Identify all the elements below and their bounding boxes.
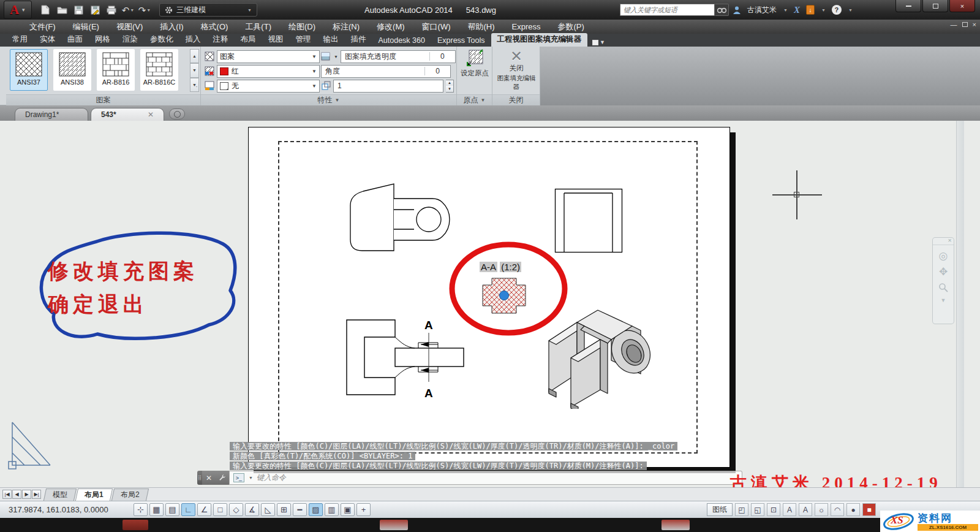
ribbon-tab[interactable]: 渲染	[116, 33, 144, 47]
close-tab-icon[interactable]: ✕	[148, 110, 154, 119]
menu-item[interactable]: Express	[503, 20, 549, 34]
navbar-close-icon[interactable]: ✕	[933, 238, 954, 245]
quick-properties-toggle[interactable]: ▥	[325, 503, 339, 516]
ribbon-tab[interactable]: 插件	[345, 33, 372, 47]
ribbon-tab[interactable]: 实体	[34, 33, 61, 47]
ribbon-tab[interactable]: 常用	[6, 33, 34, 47]
taskbar-thumbnail[interactable]	[380, 520, 408, 530]
menu-item[interactable]: 参数(P)	[549, 20, 593, 34]
scale-spinner[interactable]: ▲▼	[446, 80, 454, 93]
file-tab-drawing1[interactable]: Drawing1*	[15, 108, 88, 121]
drawing-canvas[interactable]: A-A (1:2) A A	[0, 121, 980, 487]
menu-item[interactable]: 插入(I)	[151, 20, 192, 34]
ribbon-tab[interactable]: 网格	[89, 33, 116, 47]
paper-model-toggle[interactable]: 图纸	[707, 503, 733, 516]
ribbon-tab[interactable]: 注释	[207, 33, 235, 47]
next-layout-button[interactable]: ▶	[22, 490, 31, 499]
close-hatch-editor-button[interactable]: ✕ 关闭 图案填充编辑器	[495, 50, 538, 91]
workspace-switch-icon[interactable]: ☼	[815, 503, 828, 516]
last-layout-button[interactable]: ▶|	[32, 490, 41, 499]
doc-restore-icon[interactable]	[962, 22, 968, 27]
new-file-button[interactable]	[39, 4, 51, 16]
menu-item[interactable]: 窗口(W)	[413, 20, 459, 34]
polar-tracking-toggle[interactable]: ∠	[197, 503, 211, 516]
app-menu-button[interactable]: A ▼	[4, 1, 32, 19]
signed-in-user[interactable]: 古滇艾米	[747, 5, 777, 15]
gallery-up-button[interactable]: ▲	[190, 49, 199, 63]
quick-view-layouts-icon[interactable]: ◰	[735, 503, 748, 516]
ortho-toggle[interactable]: ∟	[181, 503, 195, 516]
infer-constraints-toggle[interactable]: ⊹	[134, 503, 148, 516]
ribbon-tab[interactable]: 输出	[317, 33, 345, 47]
toolbar-lock-icon[interactable]: ◠	[831, 503, 844, 516]
status-app-icon[interactable]: ■	[862, 503, 876, 516]
hatch-type-dropdown[interactable]: 图案 ▼	[217, 50, 320, 63]
snap-toggle[interactable]: ▦	[149, 503, 164, 516]
angle-field[interactable]: 角度 0	[321, 65, 451, 78]
annotation-visibility-icon[interactable]: A	[783, 503, 796, 516]
layout-tab-layout1[interactable]: 布局1	[75, 488, 113, 501]
scale-field[interactable]: 1	[333, 80, 443, 93]
selection-cycling-toggle[interactable]: ▣	[341, 503, 355, 516]
ribbon-tab[interactable]: 插入	[179, 33, 207, 47]
download-apps-icon[interactable]: ↓	[806, 5, 815, 15]
command-input[interactable]: >_ ▼ 键入命令	[229, 471, 742, 485]
swatch-ansi38[interactable]: ANSI38	[53, 49, 91, 91]
menu-item[interactable]: 帮助(H)	[459, 20, 503, 34]
command-bar-handle[interactable]: ⣿	[197, 471, 202, 485]
menu-item[interactable]: 编辑(E)	[64, 20, 108, 34]
first-layout-button[interactable]: |◀	[2, 490, 12, 499]
plot-button[interactable]	[105, 4, 118, 16]
help-icon[interactable]: ?	[832, 5, 842, 15]
menu-item[interactable]: 标注(N)	[324, 20, 368, 34]
redo-button[interactable]: ↷▼	[138, 4, 151, 16]
annotation-autoscale-icon[interactable]: A	[799, 503, 812, 516]
transparency-field[interactable]: 图案填充透明度 0	[341, 50, 456, 63]
lineweight-toggle[interactable]: ━	[293, 503, 307, 516]
object-snap-toggle[interactable]: □	[213, 503, 227, 516]
background-color-dropdown[interactable]: 无 ▼	[217, 80, 320, 93]
ribbon-tab[interactable]: 视图	[262, 33, 290, 47]
ribbon-display-toggle[interactable]: ▼	[592, 39, 605, 45]
menu-item[interactable]: 工具(T)	[236, 20, 280, 34]
grid-toggle[interactable]: ▤	[165, 503, 179, 516]
layout-tab-model[interactable]: 模型	[43, 488, 77, 501]
viewport-maximize-icon[interactable]: ⊡	[767, 503, 780, 516]
save-as-button[interactable]	[89, 4, 101, 16]
swatch-ansi37[interactable]: ANSI37	[10, 49, 48, 91]
steering-wheel-icon[interactable]: ◎	[939, 251, 948, 261]
navbar-more-icon[interactable]: ▼	[941, 298, 946, 303]
taskbar-thumbnail[interactable]	[123, 520, 148, 530]
gallery-expand-button[interactable]: ▼̱	[190, 78, 199, 92]
ribbon-tab[interactable]: 工程视图图案填充编辑器	[491, 33, 588, 47]
undo-button[interactable]: ↶▼	[122, 4, 134, 16]
menu-item[interactable]: 绘图(D)	[280, 20, 324, 34]
minimize-button[interactable]	[895, 0, 921, 12]
prev-layout-button[interactable]: ◀	[12, 490, 21, 499]
menu-item[interactable]: 格式(O)	[192, 20, 237, 34]
search-input[interactable]	[620, 4, 715, 16]
workspace-switcher[interactable]: 三维建模 ▼	[159, 3, 257, 17]
set-origin-button[interactable]: 设定原点	[460, 49, 489, 78]
dynamic-ucs-toggle[interactable]: ◺	[261, 503, 275, 516]
pan-hand-icon[interactable]: ✥	[939, 267, 948, 277]
close-button[interactable]: ×	[949, 0, 975, 12]
zoom-icon[interactable]	[938, 283, 948, 294]
swatch-ar-b816[interactable]: AR-B816	[97, 49, 135, 91]
doc-minimize-icon[interactable]: —	[951, 21, 957, 28]
search-button[interactable]	[715, 4, 729, 16]
save-button[interactable]	[72, 4, 85, 16]
hatch-color-dropdown[interactable]: 红 ▼	[217, 65, 320, 78]
restore-button[interactable]	[922, 0, 948, 12]
ribbon-tab[interactable]: Autodesk 360	[372, 35, 431, 47]
exchange-apps-icon[interactable]: X	[794, 5, 800, 15]
dynamic-input-toggle[interactable]: ⊞	[277, 503, 291, 516]
gallery-down-button[interactable]: ▼	[190, 63, 199, 77]
quick-view-drawings-icon[interactable]: ◱	[751, 503, 764, 516]
command-bar-wrench-icon[interactable]	[216, 471, 229, 485]
command-bar-close-icon[interactable]: ✕	[202, 471, 216, 485]
menu-item[interactable]: 视图(V)	[108, 20, 151, 34]
clean-screen-icon[interactable]: ●	[846, 503, 860, 516]
ribbon-tab[interactable]: 参数化	[144, 33, 179, 47]
swatch-ar-b816c[interactable]: AR-B816C	[140, 49, 178, 91]
